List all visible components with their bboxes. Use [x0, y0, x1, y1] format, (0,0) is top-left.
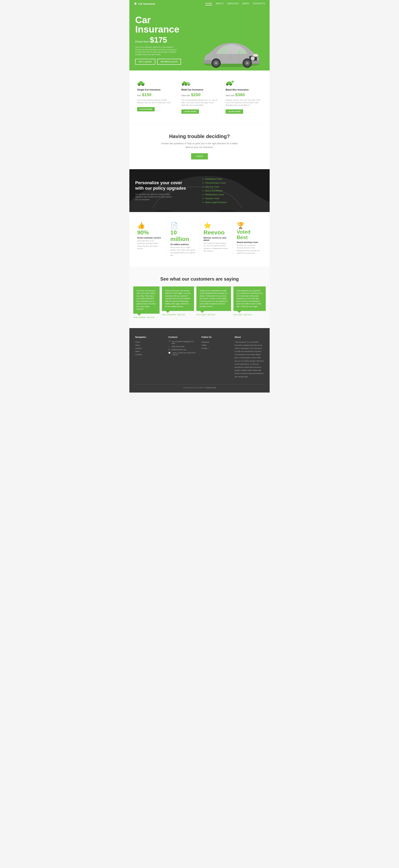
policy-item-keycare[interactable]: Keycare Cover: [202, 196, 264, 200]
footer-hours: 🕐 7 days a week from 9:00 am to 7:00 pm: [168, 352, 198, 356]
footer-link-about[interactable]: About: [135, 344, 165, 347]
card-multi-title: Multi-Car Insurance: [181, 88, 218, 91]
testimonial-wrapper-1: Thank you for your very prompt attention…: [162, 286, 194, 318]
footer-link-contacts[interactable]: Contacts: [135, 353, 165, 356]
start-button[interactable]: START: [191, 153, 208, 159]
footer-about-title: About: [234, 336, 264, 338]
stat-10m-num: 10 million: [170, 229, 195, 242]
clock-icon: 🕐: [168, 352, 170, 354]
card-multi-icon: [181, 80, 218, 87]
policy-item-injury[interactable]: Personal Injury Cover: [202, 181, 264, 185]
footer-nav-title: Navigation: [135, 336, 165, 338]
svg-point-27: [188, 85, 189, 86]
award-icon: 🏆: [237, 222, 262, 229]
svg-point-31: [231, 81, 234, 83]
stat-voted-desc: The Best Car Insurance Provider 2014/15 …: [237, 244, 262, 255]
footer-link-services[interactable]: Services: [135, 347, 165, 350]
footer-link-home[interactable]: Home: [135, 341, 165, 344]
logo-text: Car Insurance: [138, 2, 155, 5]
svg-point-30: [230, 84, 231, 86]
card-single-icon: [137, 80, 173, 87]
testimonial-3-author: Kate Leeds · April 2016: [233, 314, 266, 316]
svg-point-12: [215, 62, 217, 64]
footer-copyright: carinsurance.co.uk © 2016 · Privacy Poli…: [135, 387, 264, 389]
reevoo-icon: ⭐: [204, 222, 229, 229]
stats-section: 👍 90% Great customer service More than 9…: [130, 212, 269, 267]
nav-links: HOME ABOUT SERVICES NEWS CONTACTS: [205, 2, 265, 5]
testimonial-2: Thank you for contacting me today and fo…: [196, 286, 231, 311]
policy-item-modifications[interactable]: Modifications Cover: [202, 192, 264, 196]
nav-services[interactable]: SERVICES: [227, 2, 239, 5]
hero-text: Car Insurance Prices from $175 10% of ou…: [135, 16, 200, 70]
stat-reevoo-title: Reevoo scores to rave about: [204, 237, 229, 241]
footer-bottom: carinsurance.co.uk © 2016 · Privacy Poli…: [135, 384, 264, 389]
stat-voted-num: Voted Best: [237, 229, 262, 240]
svg-point-8: [253, 54, 258, 57]
card-blackbox-icon: [226, 80, 262, 87]
footer-about: About "Car Insurance" is a UK based insu…: [234, 336, 264, 378]
dark-desc: You can learn more about our range of po…: [135, 193, 174, 201]
footer-facebook[interactable]: Facebook: [201, 341, 231, 344]
policy-item-legal[interactable]: Motor Legal Protection: [202, 200, 264, 204]
stat-10m-desc: We've sold over 11 million policies sinc…: [170, 246, 195, 257]
nav-news[interactable]: NEWS: [242, 2, 249, 5]
svg-point-16: [247, 62, 248, 64]
testimonial-wrapper-2: Thank you for contacting me today and fo…: [196, 286, 231, 318]
prices-from: Prices from $175: [135, 36, 200, 44]
stat-reevoo-num: Reevoo: [204, 229, 229, 236]
get-quote-button[interactable]: GET A QUOTE: [135, 59, 155, 65]
testimonial-2-text: Thank you for contacting me today and fo…: [200, 289, 228, 308]
nav-home[interactable]: HOME: [205, 2, 212, 5]
policy-item-hirecar[interactable]: Hire Car Cover: [202, 185, 264, 189]
nav-about[interactable]: ABOUT: [216, 2, 224, 5]
card-single: Single-Car Insurance from $150 20% of ou…: [133, 76, 177, 118]
footer-email: ✉ info@elandrive.org: [168, 349, 198, 351]
testimonial-wrapper-0: At my first car insurance claim, your te…: [133, 286, 160, 318]
card-blackbox: Black Box Insurance Save over $360 Betwe…: [222, 76, 266, 118]
testimonial-3: I just wanted to say a big thank you in …: [233, 286, 266, 311]
thumbs-up-icon: 👍: [137, 222, 162, 229]
stat-90-num: 90%: [137, 229, 162, 236]
policy-item-bonus[interactable]: Bonus Accelerator: [202, 189, 264, 192]
testimonial-0-author: Alison Sheffield · April 2016: [133, 316, 160, 318]
footer-nav: Navigation Home About Services News Cont…: [135, 336, 165, 378]
email-icon: ✉: [168, 349, 170, 351]
testimonial-2-author: Tom Cooper · April 2016: [196, 314, 231, 316]
hero-subtext: 10% of our customers paid $175 or less b…: [135, 46, 178, 56]
svg-point-23: [182, 84, 184, 86]
trouble-title: Having trouble deciding?: [135, 133, 264, 140]
card-multi-btn[interactable]: LEARN MORE: [181, 110, 199, 114]
location-icon: 📍: [168, 341, 170, 342]
footer-link-news[interactable]: News: [135, 350, 165, 353]
nav-contacts[interactable]: CONTACTS: [253, 2, 265, 5]
hero-buttons: GET A QUOTE RETRIEVE QUOTE: [135, 59, 200, 65]
footer: Navigation Home About Services News Cont…: [130, 328, 269, 393]
footer-google[interactable]: Google +: [201, 347, 231, 350]
testimonial-0: At my first car insurance claim, your te…: [133, 286, 160, 314]
testimonial-wrapper-3: I just wanted to say a big thank you in …: [233, 286, 266, 318]
testimonials-title: See what our customers are saying: [133, 276, 266, 282]
footer-contacts: Contacts 📍 Car Insurance Glasgow G14 0NE…: [168, 336, 198, 378]
card-single-btn[interactable]: LEARN MORE: [137, 107, 155, 112]
logo[interactable]: ❖ Car Insurance: [134, 2, 155, 6]
stat-reevoo-desc: Our customers have rated us 8.7 out of 1…: [204, 242, 229, 252]
card-blackbox-desc: Between July 1st, 2014 and June 30th, 20…: [226, 99, 262, 106]
testimonial-1-text: Thank you for your very prompt attention…: [165, 289, 191, 308]
footer-address: 📍 Car Insurance Glasgow G14 0NE: [168, 341, 198, 344]
hero-title: Car Insurance: [135, 16, 200, 34]
policy-item-breakdown[interactable]: Breakdown Cover: [202, 177, 264, 181]
card-blackbox-btn[interactable]: LEARN MORE: [226, 110, 243, 114]
retrieve-quote-button[interactable]: RETRIEVE QUOTE: [157, 59, 181, 65]
stat-10m: 📄 10 million 10 million policies We've s…: [166, 220, 200, 259]
navigation: ❖ Car Insurance HOME ABOUT SERVICES NEWS…: [130, 0, 269, 8]
stat-90: 👍 90% Great customer service More than 9…: [133, 220, 166, 259]
footer-social-title: Follow Us: [201, 336, 231, 338]
privacy-link[interactable]: Privacy Policy: [205, 387, 216, 389]
footer-phone: 📞 0800 0244 6789: [168, 346, 198, 347]
footer-grid: Navigation Home About Services News Cont…: [135, 336, 264, 378]
svg-point-26: [186, 85, 187, 86]
footer-twitter[interactable]: Twitter: [201, 344, 231, 347]
dark-title: Personalize your cover with our policy u…: [135, 180, 197, 191]
phone-icon: 📞: [168, 346, 170, 347]
logo-icon: ❖: [134, 2, 137, 6]
